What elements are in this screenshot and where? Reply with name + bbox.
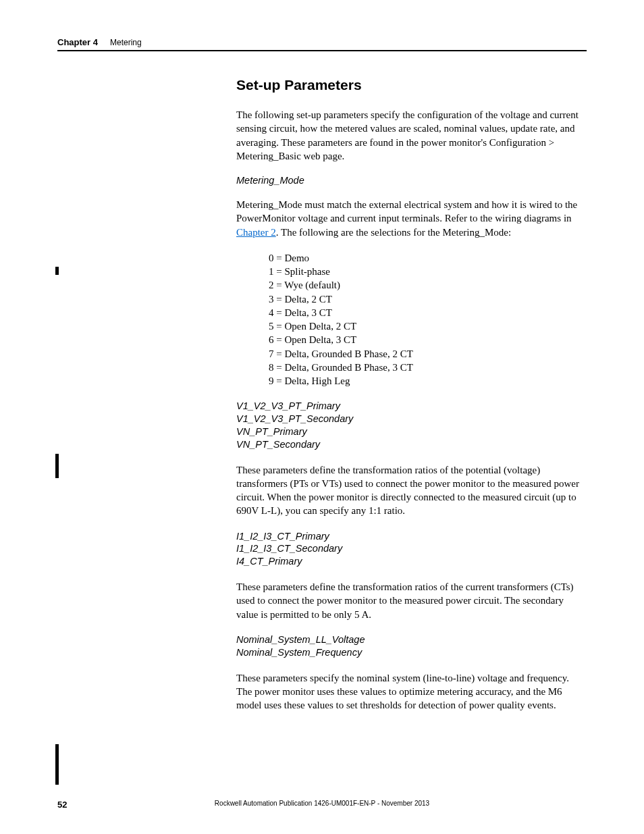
mode-item: 1 = Split-phase bbox=[269, 265, 583, 278]
page-header: Chapter 4 Metering bbox=[57, 37, 587, 51]
mode-item: 0 = Demo bbox=[269, 251, 583, 265]
mode-item: 6 = Open Delta, 3 CT bbox=[269, 333, 583, 346]
ct-heading: I1_I2_I3_CT_Secondary bbox=[236, 542, 583, 555]
nominal-heading: Nominal_System_LL_Voltage bbox=[236, 633, 583, 646]
change-bar bbox=[55, 454, 59, 478]
nominal-heading: Nominal_System_Frequency bbox=[236, 646, 583, 659]
mode-item: 5 = Open Delta, 2 CT bbox=[269, 319, 583, 333]
main-content: Set-up Parameters The following set-up p… bbox=[236, 77, 583, 712]
metering-mode-paragraph: Metering_Mode must match the external el… bbox=[236, 198, 583, 239]
ct-paragraph: These parameters define the transformati… bbox=[236, 580, 583, 621]
chapter-number: Chapter 4 bbox=[57, 37, 98, 47]
section-heading: Set-up Parameters bbox=[236, 77, 583, 93]
chapter-title: Metering bbox=[110, 38, 142, 47]
mode-item: 9 = Delta, High Leg bbox=[269, 374, 583, 388]
ct-heading: I4_CT_Primary bbox=[236, 555, 583, 568]
ct-parameter-headings: I1_I2_I3_CT_Primary I1_I2_I3_CT_Secondar… bbox=[236, 530, 583, 569]
metering-mode-list: 0 = Demo 1 = Split-phase 2 = Wye (defaul… bbox=[269, 251, 583, 388]
pt-parameter-headings: V1_V2_V3_PT_Primary V1_V2_V3_PT_Secondar… bbox=[236, 400, 583, 450]
pt-paragraph: These parameters define the transformati… bbox=[236, 463, 583, 518]
pt-heading: V1_V2_V3_PT_Primary bbox=[236, 400, 583, 413]
para-text-before-link: Metering_Mode must match the external el… bbox=[236, 199, 577, 224]
page-number: 52 bbox=[57, 800, 67, 810]
metering-mode-heading: Metering_Mode bbox=[236, 175, 583, 186]
nominal-paragraph: These parameters specify the nominal sys… bbox=[236, 671, 583, 712]
mode-item: 2 = Wye (default) bbox=[269, 278, 583, 292]
chapter-2-link[interactable]: Chapter 2 bbox=[236, 227, 276, 238]
footer-publication-text: Rockwell Automation Publication 1426-UM0… bbox=[0, 800, 644, 807]
ct-heading: I1_I2_I3_CT_Primary bbox=[236, 530, 583, 543]
change-bar bbox=[55, 744, 59, 785]
mode-item: 4 = Delta, 3 CT bbox=[269, 306, 583, 319]
pt-heading: VN_PT_Primary bbox=[236, 425, 583, 438]
nominal-parameter-headings: Nominal_System_LL_Voltage Nominal_System… bbox=[236, 633, 583, 659]
page-footer: 52 Rockwell Automation Publication 1426-… bbox=[0, 800, 644, 807]
mode-item: 3 = Delta, 2 CT bbox=[269, 292, 583, 306]
pt-heading: V1_V2_V3_PT_Secondary bbox=[236, 413, 583, 425]
pt-heading: VN_PT_Secondary bbox=[236, 438, 583, 451]
para-text-after-link: . The following are the selections for t… bbox=[276, 227, 511, 238]
intro-paragraph: The following set-up parameters specify … bbox=[236, 108, 583, 163]
mode-item: 8 = Delta, Grounded B Phase, 3 CT bbox=[269, 361, 583, 374]
mode-item: 7 = Delta, Grounded B Phase, 2 CT bbox=[269, 347, 583, 361]
change-bar bbox=[55, 267, 59, 275]
